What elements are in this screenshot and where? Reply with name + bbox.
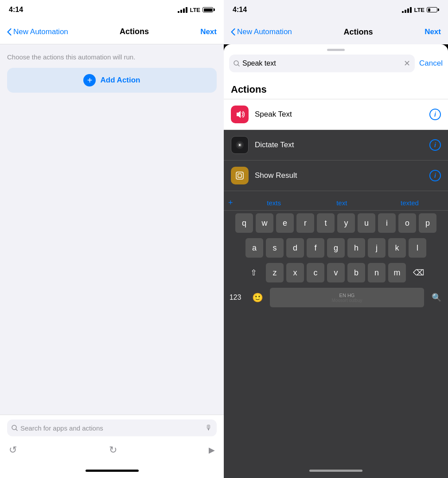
key-t[interactable]: t bbox=[317, 213, 335, 233]
keyboard-row-3: ⇧ z x c v b n m ⌫ bbox=[224, 260, 448, 285]
key-p[interactable]: p bbox=[419, 213, 436, 233]
key-search[interactable]: 🔍 bbox=[427, 288, 446, 307]
key-r[interactable]: r bbox=[296, 213, 314, 233]
clear-search-button[interactable]: ✕ bbox=[404, 59, 410, 68]
key-f[interactable]: f bbox=[307, 238, 324, 258]
right-home-indicator bbox=[224, 463, 448, 478]
left-search-container: Search for apps and actions 🎙 bbox=[0, 415, 224, 441]
right-home-bar bbox=[309, 470, 362, 472]
right-time: 4:14 bbox=[233, 6, 247, 14]
right-status-bar: 4:14 LTE bbox=[224, 0, 448, 20]
left-search-bar[interactable]: Search for apps and actions 🎙 bbox=[7, 419, 217, 436]
suggestions-row: + texts text texted bbox=[224, 196, 448, 211]
key-o[interactable]: o bbox=[398, 213, 416, 233]
chevron-left-icon-right bbox=[231, 28, 235, 35]
left-nav-bar: New Automation Actions Next bbox=[0, 20, 224, 44]
action-item-show-result[interactable]: Show Result i bbox=[224, 161, 448, 191]
speak-text-info-button[interactable]: i bbox=[429, 109, 441, 120]
actions-section-header: Actions bbox=[224, 78, 448, 99]
left-content: Choose the actions this automation will … bbox=[0, 44, 224, 415]
play-button[interactable]: ▶ bbox=[209, 445, 215, 455]
key-delete[interactable]: ⌫ bbox=[409, 263, 428, 282]
sheet-search-input[interactable] bbox=[242, 59, 401, 67]
key-j[interactable]: j bbox=[368, 238, 386, 258]
left-carrier: LTE bbox=[190, 7, 200, 13]
action-item-dictate-text[interactable]: Dictate Text i bbox=[224, 130, 448, 161]
dark-actions-section: Dictate Text i Show Result i + bbox=[224, 130, 448, 463]
key-z[interactable]: z bbox=[266, 263, 284, 282]
plus-icon[interactable]: + bbox=[228, 198, 233, 208]
sheet-handle bbox=[224, 44, 448, 55]
show-result-info-button[interactable]: i bbox=[429, 170, 441, 181]
keyboard-bottom-row: 123 🙂 EN HG Moosort outbuy 🔍 bbox=[224, 285, 448, 312]
key-n[interactable]: n bbox=[368, 263, 386, 282]
key-k[interactable]: k bbox=[388, 238, 406, 258]
key-h[interactable]: h bbox=[347, 238, 365, 258]
suggestion-texted[interactable]: texted bbox=[376, 199, 444, 207]
cancel-button[interactable]: Cancel bbox=[419, 59, 443, 68]
right-next-button[interactable]: Next bbox=[425, 27, 441, 36]
left-page-title: Actions bbox=[120, 27, 149, 36]
right-status-icons: LTE bbox=[402, 7, 439, 13]
key-a[interactable]: a bbox=[245, 238, 263, 258]
speak-text-icon bbox=[231, 106, 249, 123]
mic-icon: 🎙 bbox=[205, 424, 212, 432]
keyboard-row-2: a s d f g h j k l bbox=[224, 235, 448, 260]
speak-text-label: Speak Text bbox=[255, 110, 423, 119]
key-w[interactable]: w bbox=[256, 213, 273, 233]
key-s[interactable]: s bbox=[266, 238, 284, 258]
sheet-search-row: ✕ Cancel bbox=[224, 55, 448, 78]
key-m[interactable]: m bbox=[388, 263, 406, 282]
key-g[interactable]: g bbox=[327, 238, 345, 258]
action-item-speak-text[interactable]: Speak Text i bbox=[224, 99, 448, 130]
plus-circle-icon: + bbox=[83, 74, 96, 86]
add-action-label: Add Action bbox=[100, 76, 140, 85]
keyboard-row-1: q w e r t y u i o p bbox=[224, 211, 448, 235]
redo-button[interactable]: ↻ bbox=[109, 444, 117, 456]
left-time: 4:14 bbox=[9, 6, 23, 14]
left-signal-icon bbox=[178, 7, 187, 13]
key-emoji[interactable]: 🙂 bbox=[248, 288, 267, 307]
show-result-label: Show Result bbox=[255, 171, 423, 180]
left-nav-arrows: ↺ ↻ ▶ bbox=[0, 441, 224, 463]
key-v[interactable]: v bbox=[327, 263, 345, 282]
left-status-bar: 4:14 LTE bbox=[0, 0, 224, 20]
undo-button[interactable]: ↺ bbox=[9, 444, 17, 456]
key-b[interactable]: b bbox=[347, 263, 365, 282]
dictate-text-info-button[interactable]: i bbox=[429, 139, 441, 151]
left-bottom-bar: Search for apps and actions 🎙 ↺ ↻ ▶ bbox=[0, 415, 224, 478]
result-icon bbox=[235, 171, 245, 180]
key-shift[interactable]: ⇧ bbox=[244, 263, 263, 282]
add-action-button[interactable]: + Add Action bbox=[7, 68, 217, 93]
key-d[interactable]: d bbox=[286, 238, 304, 258]
key-space[interactable]: EN HG Moosort outbuy bbox=[270, 288, 424, 307]
key-l[interactable]: l bbox=[409, 238, 426, 258]
key-i[interactable]: i bbox=[378, 213, 396, 233]
right-carrier: LTE bbox=[414, 7, 425, 13]
left-back-button[interactable]: New Automation bbox=[7, 27, 68, 36]
key-e[interactable]: e bbox=[276, 213, 294, 233]
suggestion-texts[interactable]: texts bbox=[240, 199, 308, 207]
right-back-label: New Automation bbox=[237, 27, 292, 36]
left-next-button[interactable]: Next bbox=[200, 27, 217, 36]
key-y[interactable]: y bbox=[337, 213, 355, 233]
svg-rect-7 bbox=[238, 174, 242, 177]
svg-rect-6 bbox=[236, 172, 243, 179]
left-subtitle: Choose the actions this automation will … bbox=[7, 53, 217, 61]
dictate-text-label: Dictate Text bbox=[255, 141, 423, 149]
svg-marker-2 bbox=[237, 111, 241, 118]
right-back-button[interactable]: New Automation bbox=[231, 27, 292, 36]
svg-point-5 bbox=[239, 144, 241, 146]
key-u[interactable]: u bbox=[358, 213, 375, 233]
key-123[interactable]: 123 bbox=[226, 288, 245, 307]
key-c[interactable]: c bbox=[307, 263, 324, 282]
sheet-search-icon bbox=[234, 60, 240, 67]
right-battery-icon bbox=[427, 7, 439, 12]
key-q[interactable]: q bbox=[235, 213, 253, 233]
right-signal-icon bbox=[402, 7, 412, 13]
dictate-icon bbox=[235, 140, 245, 150]
suggestion-text[interactable]: text bbox=[308, 199, 376, 207]
sheet-search-field[interactable]: ✕ bbox=[229, 55, 415, 72]
left-back-label: New Automation bbox=[13, 27, 68, 36]
key-x[interactable]: x bbox=[286, 263, 304, 282]
